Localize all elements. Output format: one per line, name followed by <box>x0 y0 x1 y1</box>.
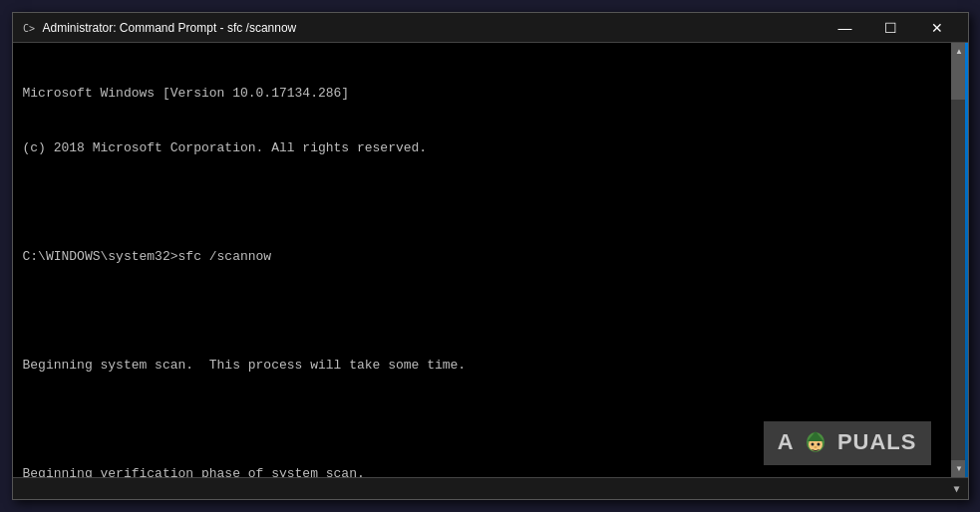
svg-point-5 <box>811 443 814 446</box>
console-output: Microsoft Windows [Version 10.0.17134.28… <box>23 49 941 477</box>
svg-point-6 <box>817 443 819 446</box>
console-line-4: C:\WINDOWS\system32>sfc /scannow <box>23 248 941 266</box>
close-button[interactable]: ✕ <box>914 13 960 43</box>
cmd-icon: C> <box>21 20 37 36</box>
minimize-button[interactable]: — <box>822 13 868 43</box>
console-line-3 <box>23 194 941 212</box>
window-controls: — ☐ ✕ <box>822 13 960 43</box>
console-line-6: Beginning system scan. This process will… <box>23 357 941 375</box>
title-bar: C> Administrator: Command Prompt - sfc /… <box>13 13 968 43</box>
console-area[interactable]: Microsoft Windows [Version 10.0.17134.28… <box>13 43 951 477</box>
window-title: Administrator: Command Prompt - sfc /sca… <box>43 21 822 35</box>
appuals-logo-icon <box>802 429 829 457</box>
console-line-2: (c) 2018 Microsoft Corporation. All righ… <box>23 139 941 157</box>
svg-text:C>: C> <box>23 23 35 34</box>
window-body: Microsoft Windows [Version 10.0.17134.28… <box>13 43 968 477</box>
console-line-8: Beginning verification phase of system s… <box>23 465 941 477</box>
watermark: A PUALS <box>764 421 931 465</box>
bottom-bar: ▼ <box>13 477 968 499</box>
svg-point-7 <box>814 446 817 448</box>
console-line-1: Microsoft Windows [Version 10.0.17134.28… <box>23 85 941 103</box>
command-prompt-window: C> Administrator: Command Prompt - sfc /… <box>12 12 969 500</box>
watermark-text: A PUALS <box>778 429 917 457</box>
maximize-button[interactable]: ☐ <box>868 13 914 43</box>
bottom-indicator: ▼ <box>953 483 959 494</box>
console-line-5 <box>23 303 941 321</box>
right-accent-stripe <box>965 43 968 477</box>
